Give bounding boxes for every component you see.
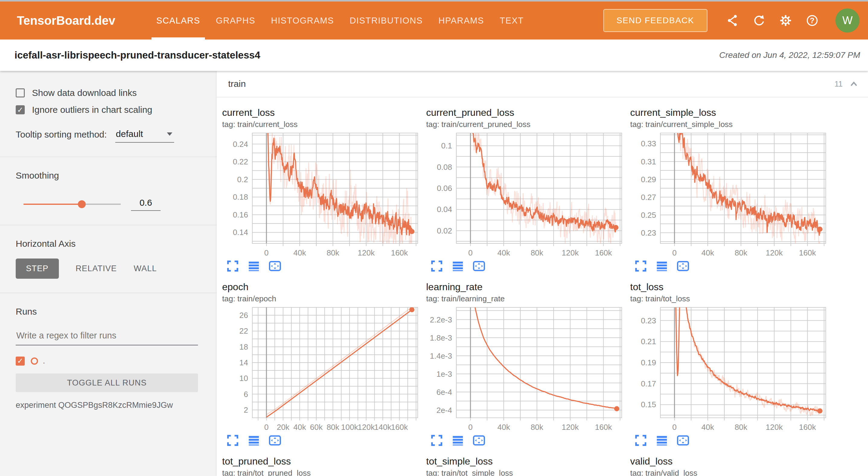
fit-domain-button[interactable] <box>268 434 282 447</box>
run-name: . <box>43 356 45 366</box>
expand-chart-button[interactable] <box>634 434 648 447</box>
scalar-chart-plot[interactable]: 020k40k60k80k100k120k140k160k26101418222… <box>222 306 418 432</box>
expand-chart-button[interactable] <box>430 434 444 447</box>
scalars-main-panel: train 11 current_loss tag: train/current… <box>217 71 868 476</box>
data-table-button[interactable] <box>451 259 465 273</box>
svg-text:0.02: 0.02 <box>437 226 452 235</box>
scalar-chart-plot[interactable]: 040k80k120k160k0.10.080.060.040.02 <box>426 131 622 258</box>
tab-text[interactable]: TEXT <box>492 1 532 39</box>
expand-chart-button[interactable] <box>430 259 444 273</box>
svg-text:100k: 100k <box>341 423 358 432</box>
scalar-chart-plot[interactable]: 040k80k120k160k0.230.210.190.170.15 <box>630 306 826 432</box>
horizontal-axis-label: Horizontal Axis <box>16 239 198 249</box>
runs-filter-input[interactable] <box>16 330 198 345</box>
fit-domain-button[interactable] <box>472 434 486 447</box>
smoothing-value-field[interactable]: 0.6 <box>131 198 161 211</box>
data-table-button[interactable] <box>655 434 669 447</box>
scalar-chart-card: current_loss tag: train/current_loss 040… <box>222 106 426 273</box>
svg-text:1.8e-3: 1.8e-3 <box>430 333 452 342</box>
tab-distributions[interactable]: DISTRIBUTIONS <box>342 1 431 39</box>
scalar-chart-card: epoch tag: train/epoch 020k40k60k80k100k… <box>222 281 426 447</box>
sidebar-divider <box>0 293 217 293</box>
share-icon[interactable] <box>725 13 739 27</box>
show-download-links-checkbox-row[interactable]: ✓ Show data download links <box>16 88 198 98</box>
svg-text:0.16: 0.16 <box>233 210 248 219</box>
data-table-button[interactable] <box>247 259 261 273</box>
fit-to-domain-icon <box>268 259 282 273</box>
scalar-chart-card: learning_rate tag: train/learning_rate 0… <box>426 281 630 447</box>
run-color-swatch-icon[interactable] <box>31 357 38 365</box>
chart-title: current_pruned_loss <box>426 106 630 119</box>
svg-text:120k: 120k <box>562 423 579 432</box>
svg-text:20k: 20k <box>277 423 290 432</box>
tab-hparams[interactable]: HPARAMS <box>431 1 492 39</box>
smoothing-slider-thumb[interactable] <box>78 200 86 208</box>
chart-tag: tag: train/learning_rate <box>426 293 630 304</box>
svg-text:80k: 80k <box>735 248 748 257</box>
scalar-chart-plot[interactable]: 040k80k120k160k0.330.310.290.270.250.23 <box>630 131 826 258</box>
tab-scalars[interactable]: SCALARS <box>149 1 208 39</box>
run-list-item[interactable]: ✓ . <box>16 356 198 366</box>
ignore-outliers-checkbox[interactable]: ✓ <box>16 105 25 114</box>
fit-to-domain-icon <box>268 434 282 447</box>
data-table-button[interactable] <box>247 434 261 447</box>
svg-text:40k: 40k <box>702 248 714 257</box>
expand-chart-button[interactable] <box>226 434 240 447</box>
run-checkbox[interactable]: ✓ <box>16 356 25 366</box>
scalar-chart-plot[interactable]: 040k80k120k160k0.240.220.20.180.160.14 <box>222 131 418 258</box>
svg-text:26: 26 <box>239 311 248 320</box>
svg-text:0.19: 0.19 <box>641 358 656 367</box>
experiment-created-date: Created on Jun 4, 2022, 12:59:07 PM <box>719 51 860 60</box>
svg-text:0.31: 0.31 <box>641 157 656 166</box>
help-icon[interactable]: ? <box>805 13 819 27</box>
svg-text:2e-4: 2e-4 <box>436 406 452 415</box>
chevron-down-icon <box>167 132 172 136</box>
axis-option-step[interactable]: STEP <box>16 258 59 279</box>
collapse-section-button[interactable] <box>849 79 859 89</box>
scalar-chart-plot[interactable]: 040k80k120k160k2.2e-31.8e-31.4e-31e-36e-… <box>426 306 622 432</box>
chart-tag: tag: train/tot_loss <box>630 293 834 304</box>
svg-text:120k: 120k <box>358 423 375 432</box>
smoothing-slider[interactable] <box>24 203 121 205</box>
data-table-icon <box>451 434 465 447</box>
svg-text:1.4e-3: 1.4e-3 <box>430 351 452 360</box>
show-download-links-checkbox[interactable]: ✓ <box>16 88 25 97</box>
axis-option-relative[interactable]: RELATIVE <box>76 264 117 273</box>
fit-to-domain-icon <box>676 259 690 273</box>
axis-option-wall[interactable]: WALL <box>134 264 157 273</box>
tab-graphs[interactable]: GRAPHS <box>208 1 263 39</box>
fit-domain-button[interactable] <box>676 434 690 447</box>
train-section-header[interactable]: train 11 <box>217 71 868 97</box>
fullscreen-expand-icon <box>430 434 444 447</box>
send-feedback-button[interactable]: SEND FEEDBACK <box>603 9 707 32</box>
svg-text:0.23: 0.23 <box>641 316 656 325</box>
fit-domain-button[interactable] <box>472 259 486 273</box>
svg-text:80k: 80k <box>327 248 340 257</box>
chart-tag: tag: train/valid_loss <box>630 468 834 476</box>
toggle-all-runs-button[interactable]: TOGGLE ALL RUNS <box>16 374 198 392</box>
fit-domain-button[interactable] <box>676 259 690 273</box>
svg-text:120k: 120k <box>766 248 783 257</box>
data-table-button[interactable] <box>451 434 465 447</box>
ignore-outliers-checkbox-row[interactable]: ✓ Ignore outliers in chart scaling <box>16 105 198 115</box>
fit-domain-button[interactable] <box>268 259 282 273</box>
svg-text:140k: 140k <box>374 423 392 432</box>
app-logo: TensorBoard.dev <box>17 14 115 27</box>
svg-text:40k: 40k <box>497 248 510 257</box>
data-table-icon <box>247 434 261 447</box>
sidebar-divider <box>0 225 217 225</box>
expand-chart-button[interactable] <box>634 259 648 273</box>
chart-tag: tag: train/current_loss <box>222 119 426 129</box>
settings-sidebar: ✓ Show data download links ✓ Ignore outl… <box>0 71 217 476</box>
tab-histograms[interactable]: HISTOGRAMS <box>263 1 342 39</box>
data-table-button[interactable] <box>655 259 669 273</box>
avatar[interactable]: W <box>835 8 860 33</box>
chart-tag: tag: train/epoch <box>222 293 426 304</box>
expand-chart-button[interactable] <box>226 259 240 273</box>
svg-text:160k: 160k <box>391 248 408 257</box>
settings-icon[interactable] <box>779 13 793 27</box>
tooltip-sorting-select[interactable]: default <box>115 129 174 143</box>
svg-text:0: 0 <box>468 248 473 257</box>
svg-text:120k: 120k <box>766 423 783 432</box>
refresh-icon[interactable] <box>752 13 766 27</box>
